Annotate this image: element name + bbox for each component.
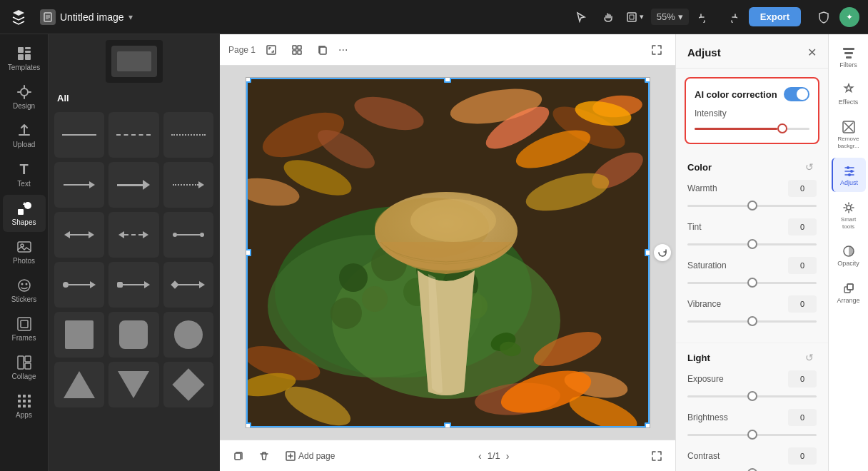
sidebar-item-upload[interactable]: Upload <box>3 117 46 154</box>
tint-label: Tint <box>687 222 702 232</box>
opacity-tool[interactable]: Opacity <box>832 238 866 273</box>
brightness-row: Brightness 0 <box>687 409 817 440</box>
canvas-content[interactable] <box>220 66 675 440</box>
fit-btn[interactable] <box>647 40 667 60</box>
add-page-btn[interactable]: Add page <box>280 446 340 466</box>
fullscreen-btn[interactable] <box>647 446 667 466</box>
exposure-slider[interactable] <box>687 390 817 402</box>
copy-btn[interactable] <box>313 40 333 60</box>
shape-item-rect-fill[interactable] <box>54 312 104 358</box>
sidebar-item-design[interactable]: Design <box>3 78 46 116</box>
resize-frame-btn[interactable] <box>261 40 281 60</box>
shapes-thumbnail[interactable] <box>106 40 163 83</box>
next-page-btn[interactable]: › <box>506 450 510 462</box>
warmth-thumb[interactable] <box>747 201 757 211</box>
vibrance-row: Vibrance 0 <box>687 295 817 327</box>
prev-page-btn[interactable]: ‹ <box>478 450 482 462</box>
svg-rect-29 <box>18 405 21 407</box>
effects-icon <box>842 83 856 97</box>
shape-item-dotted[interactable] <box>163 112 213 158</box>
shape-item-circle-fill[interactable] <box>163 312 213 358</box>
shape-item-arrow-right[interactable] <box>54 162 104 208</box>
intensity-slider[interactable] <box>695 123 809 134</box>
warmth-row: Warmth 0 <box>687 180 817 211</box>
sidebar-item-stickers[interactable]: Stickers <box>3 272 46 309</box>
more-options-btn[interactable]: ··· <box>338 44 348 56</box>
adjust-close-btn[interactable]: ✕ <box>807 46 817 59</box>
brightness-value[interactable]: 0 <box>788 409 817 426</box>
smart-tools-tool[interactable]: Smarttools <box>832 195 866 236</box>
shape-item-diamond[interactable] <box>163 362 213 407</box>
shape-item-triangle-inv[interactable] <box>108 362 158 407</box>
brightness-slider[interactable] <box>687 429 817 440</box>
sidebar-item-collage[interactable]: Collage <box>3 349 46 386</box>
shape-item-dashed[interactable] <box>108 112 158 158</box>
tint-slider[interactable] <box>687 238 817 250</box>
pointer-tool-btn[interactable] <box>570 6 592 29</box>
rotate-btn[interactable] <box>654 244 671 261</box>
tint-thumb[interactable] <box>747 239 757 249</box>
intensity-thumb[interactable] <box>777 123 787 133</box>
shape-item-rect-rounded-fill[interactable] <box>108 312 158 358</box>
redo-btn[interactable] <box>720 6 743 29</box>
svg-rect-8 <box>18 54 24 60</box>
sidebar-item-photos[interactable]: Photos <box>3 233 46 270</box>
delete-page-btn[interactable] <box>254 446 274 466</box>
undo-btn[interactable] <box>693 6 716 29</box>
frame-tool-btn[interactable]: ▾ <box>624 6 647 29</box>
shape-item-double-arrow-dotted[interactable] <box>108 212 158 258</box>
copy-page-btn[interactable] <box>228 446 248 466</box>
exposure-row: Exposure 0 <box>687 370 817 402</box>
adjust-header: Adjust ✕ <box>676 34 828 69</box>
color-reset-btn[interactable]: ↺ <box>805 161 817 173</box>
sidebar-item-apps[interactable]: Apps <box>3 388 46 425</box>
shape-item-double-arrow[interactable] <box>54 212 104 258</box>
saturation-value[interactable]: 0 <box>788 257 817 274</box>
sidebar-item-shapes[interactable]: Shapes <box>3 195 46 232</box>
filters-tool[interactable]: Filters <box>832 40 866 74</box>
contrast-value[interactable]: 0 <box>788 447 817 465</box>
canvas-frame[interactable] <box>246 77 650 428</box>
sidebar-item-text[interactable]: T Text <box>3 156 46 193</box>
shape-item-arrow-right2[interactable] <box>108 162 158 208</box>
sidebar-item-templates[interactable]: Templates <box>3 40 46 77</box>
grid-btn[interactable] <box>287 40 307 60</box>
shape-item-double-ended[interactable] <box>163 212 213 258</box>
user-avatar[interactable]: ✦ <box>839 7 859 27</box>
document-title-area[interactable]: Untitled image ▾ <box>40 9 133 25</box>
contrast-thumb[interactable] <box>747 468 757 471</box>
shape-item-conn2[interactable] <box>108 262 158 308</box>
vibrance-value[interactable]: 0 <box>788 295 817 313</box>
svg-rect-22 <box>25 363 31 369</box>
exposure-value[interactable]: 0 <box>788 370 817 388</box>
effects-tool[interactable]: Effects <box>832 77 866 111</box>
svg-point-58 <box>362 286 388 312</box>
adjust-tool[interactable]: Adjust <box>832 158 866 192</box>
saturation-slider[interactable] <box>687 277 817 288</box>
brightness-thumb[interactable] <box>747 430 757 440</box>
shape-item-line[interactable] <box>54 112 104 158</box>
arrange-tool[interactable]: Arrange <box>832 275 866 310</box>
vibrance-thumb[interactable] <box>747 316 757 326</box>
tint-value[interactable]: 0 <box>788 218 817 236</box>
hand-tool-btn[interactable] <box>597 6 620 29</box>
warmth-value[interactable]: 0 <box>788 180 817 197</box>
contrast-slider[interactable] <box>687 467 817 471</box>
shield-icon[interactable] <box>812 6 835 29</box>
zoom-control[interactable]: 55% ▾ <box>651 9 689 25</box>
shape-item-triangle[interactable] <box>54 362 104 407</box>
page-label: Page 1 <box>228 45 256 55</box>
warmth-slider[interactable] <box>687 200 817 211</box>
exposure-thumb[interactable] <box>747 391 757 401</box>
shape-item-arrow-dotted[interactable] <box>163 162 213 208</box>
light-reset-btn[interactable]: ↺ <box>805 352 817 363</box>
sidebar-item-frames[interactable]: Frames <box>3 310 46 348</box>
logo-icon[interactable] <box>9 7 29 27</box>
shape-item-conn3[interactable] <box>163 262 213 308</box>
shape-item-conn1[interactable] <box>54 262 104 308</box>
vibrance-slider[interactable] <box>687 315 817 327</box>
export-button[interactable]: Export <box>749 7 801 26</box>
saturation-thumb[interactable] <box>747 278 757 288</box>
ai-correction-toggle[interactable] <box>784 87 809 101</box>
remove-bg-tool[interactable]: Removebackgr... <box>832 114 866 155</box>
